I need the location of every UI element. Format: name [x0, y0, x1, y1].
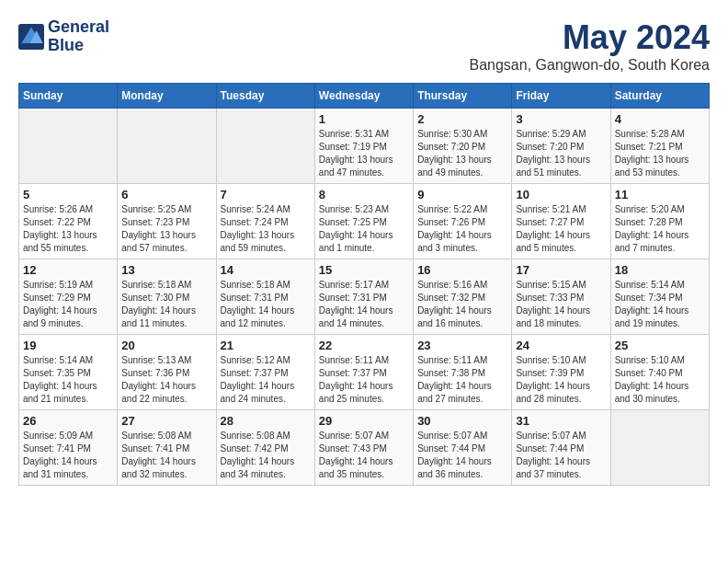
day-number: 26 [23, 414, 113, 428]
calendar-day-cell: 30Sunrise: 5:07 AM Sunset: 7:44 PM Dayli… [414, 410, 512, 486]
title-area: May 2024 Bangsan, Gangwon-do, South Kore… [469, 18, 710, 74]
day-number: 29 [319, 414, 409, 428]
month-title: May 2024 [469, 18, 710, 57]
calendar-day-cell: 1Sunrise: 5:31 AM Sunset: 7:19 PM Daylig… [314, 109, 413, 184]
header: General Blue May 2024 Bangsan, Gangwon-d… [18, 18, 710, 74]
day-info: Sunrise: 5:19 AM Sunset: 7:29 PM Dayligh… [23, 279, 113, 330]
day-number: 12 [23, 263, 113, 277]
day-info: Sunrise: 5:31 AM Sunset: 7:19 PM Dayligh… [319, 128, 409, 179]
day-number: 19 [23, 339, 113, 352]
day-number: 11 [615, 188, 705, 201]
calendar-day-cell: 24Sunrise: 5:10 AM Sunset: 7:39 PM Dayli… [512, 335, 610, 410]
day-info: Sunrise: 5:14 AM Sunset: 7:34 PM Dayligh… [615, 279, 705, 330]
day-number: 18 [615, 263, 705, 277]
calendar-day-cell: 26Sunrise: 5:09 AM Sunset: 7:41 PM Dayli… [19, 410, 118, 486]
day-info: Sunrise: 5:25 AM Sunset: 7:23 PM Dayligh… [121, 203, 211, 255]
day-info: Sunrise: 5:08 AM Sunset: 7:41 PM Dayligh… [121, 430, 211, 481]
calendar-table: SundayMondayTuesdayWednesdayThursdayFrid… [18, 83, 710, 486]
day-number: 17 [516, 263, 606, 277]
day-info: Sunrise: 5:23 AM Sunset: 7:25 PM Dayligh… [319, 203, 409, 255]
calendar-day-cell [216, 109, 314, 184]
day-info: Sunrise: 5:22 AM Sunset: 7:26 PM Dayligh… [417, 203, 507, 255]
weekday-header: Wednesday [314, 84, 413, 109]
calendar-week-row: 1Sunrise: 5:31 AM Sunset: 7:19 PM Daylig… [19, 109, 710, 184]
day-info: Sunrise: 5:20 AM Sunset: 7:28 PM Dayligh… [615, 203, 705, 255]
calendar-week-row: 26Sunrise: 5:09 AM Sunset: 7:41 PM Dayli… [19, 410, 710, 486]
calendar-day-cell [118, 109, 216, 184]
calendar-day-cell: 3Sunrise: 5:29 AM Sunset: 7:20 PM Daylig… [512, 109, 610, 184]
day-info: Sunrise: 5:30 AM Sunset: 7:20 PM Dayligh… [417, 128, 507, 179]
calendar-day-cell: 5Sunrise: 5:26 AM Sunset: 7:22 PM Daylig… [19, 184, 118, 259]
calendar-day-cell: 18Sunrise: 5:14 AM Sunset: 7:34 PM Dayli… [610, 259, 709, 335]
day-info: Sunrise: 5:07 AM Sunset: 7:44 PM Dayligh… [417, 430, 507, 481]
day-number: 24 [516, 339, 606, 352]
day-info: Sunrise: 5:29 AM Sunset: 7:20 PM Dayligh… [516, 128, 606, 179]
day-info: Sunrise: 5:18 AM Sunset: 7:30 PM Dayligh… [121, 279, 211, 330]
calendar-day-cell: 2Sunrise: 5:30 AM Sunset: 7:20 PM Daylig… [414, 109, 512, 184]
calendar-day-cell: 12Sunrise: 5:19 AM Sunset: 7:29 PM Dayli… [19, 259, 118, 335]
logo: General Blue [18, 18, 109, 55]
calendar-day-cell: 7Sunrise: 5:24 AM Sunset: 7:24 PM Daylig… [216, 184, 314, 259]
day-number: 31 [516, 414, 606, 428]
day-info: Sunrise: 5:28 AM Sunset: 7:21 PM Dayligh… [615, 128, 705, 179]
day-info: Sunrise: 5:17 AM Sunset: 7:31 PM Dayligh… [319, 279, 409, 330]
day-number: 25 [615, 339, 705, 352]
day-number: 22 [319, 339, 409, 352]
calendar-week-row: 19Sunrise: 5:14 AM Sunset: 7:35 PM Dayli… [19, 335, 710, 410]
calendar-day-cell: 13Sunrise: 5:18 AM Sunset: 7:30 PM Dayli… [118, 259, 216, 335]
calendar-day-cell: 23Sunrise: 5:11 AM Sunset: 7:38 PM Dayli… [414, 335, 512, 410]
calendar-day-cell: 29Sunrise: 5:07 AM Sunset: 7:43 PM Dayli… [314, 410, 413, 486]
day-number: 23 [417, 339, 507, 352]
day-info: Sunrise: 5:07 AM Sunset: 7:43 PM Dayligh… [319, 430, 409, 481]
calendar-day-cell: 10Sunrise: 5:21 AM Sunset: 7:27 PM Dayli… [512, 184, 610, 259]
calendar-day-cell: 27Sunrise: 5:08 AM Sunset: 7:41 PM Dayli… [118, 410, 216, 486]
day-number: 2 [417, 112, 507, 126]
day-number: 1 [319, 112, 409, 126]
day-number: 27 [121, 414, 211, 428]
day-info: Sunrise: 5:21 AM Sunset: 7:27 PM Dayligh… [516, 203, 606, 255]
day-number: 5 [23, 188, 113, 201]
weekday-header-row: SundayMondayTuesdayWednesdayThursdayFrid… [19, 84, 710, 109]
day-info: Sunrise: 5:11 AM Sunset: 7:37 PM Dayligh… [319, 354, 409, 406]
day-number: 10 [516, 188, 606, 201]
calendar-day-cell: 6Sunrise: 5:25 AM Sunset: 7:23 PM Daylig… [118, 184, 216, 259]
day-number: 9 [417, 188, 507, 201]
day-info: Sunrise: 5:09 AM Sunset: 7:41 PM Dayligh… [23, 430, 113, 481]
weekday-header: Monday [118, 84, 216, 109]
day-info: Sunrise: 5:24 AM Sunset: 7:24 PM Dayligh… [221, 203, 311, 255]
calendar-day-cell [610, 410, 709, 486]
logo-icon [18, 24, 44, 50]
day-number: 15 [319, 263, 409, 277]
weekday-header: Tuesday [216, 84, 314, 109]
day-number: 7 [221, 188, 311, 201]
day-info: Sunrise: 5:10 AM Sunset: 7:39 PM Dayligh… [516, 354, 606, 406]
day-info: Sunrise: 5:10 AM Sunset: 7:40 PM Dayligh… [615, 354, 705, 406]
day-number: 13 [121, 263, 211, 277]
day-number: 28 [221, 414, 311, 428]
day-number: 30 [417, 414, 507, 428]
calendar-day-cell: 25Sunrise: 5:10 AM Sunset: 7:40 PM Dayli… [610, 335, 709, 410]
calendar-day-cell: 15Sunrise: 5:17 AM Sunset: 7:31 PM Dayli… [314, 259, 413, 335]
calendar-day-cell: 4Sunrise: 5:28 AM Sunset: 7:21 PM Daylig… [610, 109, 709, 184]
day-number: 4 [615, 112, 705, 126]
day-number: 3 [516, 112, 606, 126]
day-number: 14 [221, 263, 311, 277]
calendar-day-cell: 22Sunrise: 5:11 AM Sunset: 7:37 PM Dayli… [314, 335, 413, 410]
weekday-header: Friday [512, 84, 610, 109]
calendar-day-cell: 19Sunrise: 5:14 AM Sunset: 7:35 PM Dayli… [19, 335, 118, 410]
day-info: Sunrise: 5:11 AM Sunset: 7:38 PM Dayligh… [417, 354, 507, 406]
calendar-day-cell: 20Sunrise: 5:13 AM Sunset: 7:36 PM Dayli… [118, 335, 216, 410]
calendar-day-cell: 9Sunrise: 5:22 AM Sunset: 7:26 PM Daylig… [414, 184, 512, 259]
day-number: 20 [121, 339, 211, 352]
weekday-header: Thursday [414, 84, 512, 109]
calendar-week-row: 12Sunrise: 5:19 AM Sunset: 7:29 PM Dayli… [19, 259, 710, 335]
day-info: Sunrise: 5:08 AM Sunset: 7:42 PM Dayligh… [221, 430, 311, 481]
calendar-week-row: 5Sunrise: 5:26 AM Sunset: 7:22 PM Daylig… [19, 184, 710, 259]
calendar-day-cell: 21Sunrise: 5:12 AM Sunset: 7:37 PM Dayli… [216, 335, 314, 410]
calendar-day-cell [19, 109, 118, 184]
calendar-day-cell: 31Sunrise: 5:07 AM Sunset: 7:44 PM Dayli… [512, 410, 610, 486]
day-info: Sunrise: 5:26 AM Sunset: 7:22 PM Dayligh… [23, 203, 113, 255]
calendar-day-cell: 14Sunrise: 5:18 AM Sunset: 7:31 PM Dayli… [216, 259, 314, 335]
day-info: Sunrise: 5:14 AM Sunset: 7:35 PM Dayligh… [23, 354, 113, 406]
day-info: Sunrise: 5:12 AM Sunset: 7:37 PM Dayligh… [221, 354, 311, 406]
